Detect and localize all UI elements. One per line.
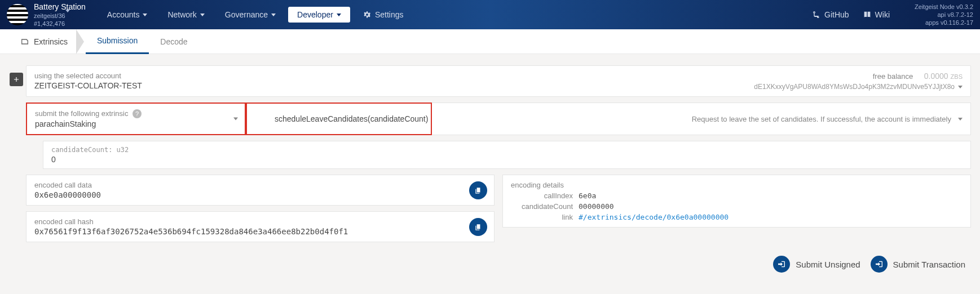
method-selector[interactable]: scheduleLeaveCandidates(candidateCount) … [246,103,971,135]
sign-in-icon [871,256,888,273]
plus-icon [12,75,20,83]
pallet-name: parachainStaking [35,119,237,128]
api-version: api v8.7.2-12 [915,11,973,19]
add-account-button[interactable] [10,73,23,86]
version-info: Zeitgeist Node v0.3.2 api v8.7.2-12 apps… [915,3,973,27]
account-label: using the selected account [34,72,142,80]
balance-amount: 0.0000 [924,72,948,81]
wiki-link[interactable]: Wiki [863,10,890,19]
extrinsic-selector-row: submit the following extrinsic ? paracha… [26,103,971,135]
chain-block-number: #1,432,476 [34,20,86,28]
param-candidate-count[interactable]: candidateCount: u32 0 [43,141,971,169]
detail-value: 00000000 [579,202,614,211]
balance-label: free balance [873,72,913,81]
extrinsics-icon [20,37,29,46]
detail-key: callIndex [511,191,573,200]
detail-row-candidatecount: candidateCount 00000000 [511,202,963,211]
account-info: using the selected account ZEITGEIST-COL… [34,72,142,90]
submit-unsigned-button[interactable]: Submit Unsigned [773,256,860,273]
menu-settings[interactable]: Settings [352,6,414,24]
top-right-links: GitHub Wiki Zeitgeist Node v0.3.2 api v8… [812,3,973,27]
content-area: using the selected account ZEITGEIST-COL… [0,54,980,284]
parameter-section: candidateCount: u32 0 [43,141,971,169]
encoded-call-data-value: 0x6e0a00000000 [34,190,486,199]
method-description: Request to leave the set of candidates. … [692,115,951,123]
sign-in-icon [773,256,790,273]
book-icon [863,10,872,19]
param-value: 0 [51,155,963,164]
menu-accounts[interactable]: Accounts [97,6,158,24]
account-name: ZEITGEIST-COLLATOR-TEST [34,81,142,90]
submit-transaction-button[interactable]: Submit Transaction [871,256,965,273]
encoding-section: encoded call data 0x6e0a00000000 encoded… [26,175,971,242]
chevron-down-icon [143,14,147,16]
copy-icon [474,186,482,194]
chain-selector[interactable]: Battery Station zeitgeist/36 #1,432,476 [34,2,86,28]
chevron-down-icon [271,14,276,16]
encoded-call-hash-value: 0x76561f9f13f6af3026752a4e536b694fc15932… [34,227,486,236]
encoding-details-card: encoding details callIndex 6e0a candidat… [502,175,971,228]
encoded-call-data-label: encoded call data [34,181,486,189]
encoded-call-hash-card: encoded call hash 0x76561f9f13f6af302675… [26,211,495,242]
balance-unit: ZBS [951,73,963,80]
node-version: Zeitgeist Node v0.3.2 [915,3,973,11]
chevron-down-icon [958,118,963,121]
tab-submission[interactable]: Submission [86,29,149,54]
chain-logo [7,4,28,25]
breadcrumb-separator [77,29,85,54]
account-selector-card[interactable]: using the selected account ZEITGEIST-COL… [26,65,971,97]
extrinsic-label: submit the following extrinsic ? [35,109,237,118]
chevron-down-icon [65,10,70,19]
main-menu: Accounts Network Governance Developer Se… [97,6,414,24]
detail-row-link: link #/extrinsics/decode/0x6e0a00000000 [511,213,963,221]
code-branch-icon [812,10,821,19]
menu-developer[interactable]: Developer [288,7,350,23]
detail-value: 6e0a [579,191,596,200]
copy-icon [474,223,482,231]
pallet-selector[interactable]: submit the following extrinsic ? paracha… [26,103,246,135]
balance-info: free balance 0.0000ZBS dE1XKxxyVgAPU8WAd… [754,72,963,91]
chevron-down-icon [958,86,963,88]
github-link[interactable]: GitHub [812,10,849,19]
tab-decode[interactable]: Decode [149,29,198,54]
action-buttons: Submit Unsigned Submit Transaction [9,256,971,273]
menu-network[interactable]: Network [157,6,214,24]
encoding-details-title: encoding details [511,181,963,189]
page-title: Extrinsics [0,37,77,46]
sub-navigation: Extrinsics Submission Decode [0,29,980,54]
detail-row-callindex: callIndex 6e0a [511,191,963,200]
method-name: scheduleLeaveCandidates(candidateCount) [275,114,428,123]
chevron-down-icon [233,118,238,121]
chain-name: Battery Station [34,2,86,12]
help-icon[interactable]: ? [133,109,142,118]
gear-icon [363,10,372,19]
copy-call-data-button[interactable] [469,181,487,199]
decode-link[interactable]: #/extrinsics/decode/0x6e0a00000000 [579,213,729,221]
menu-governance[interactable]: Governance [215,6,286,24]
param-label: candidateCount: u32 [51,146,963,154]
top-navigation-bar: Battery Station zeitgeist/36 #1,432,476 … [0,0,980,29]
chevron-down-icon [200,14,205,16]
encoded-call-hash-label: encoded call hash [34,217,486,226]
chevron-down-icon [337,14,341,16]
apps-version: apps v0.116.2-17 [915,19,973,26]
copy-call-hash-button[interactable] [469,218,487,236]
detail-key: link [511,213,573,221]
encoded-call-data-card: encoded call data 0x6e0a00000000 [26,175,495,206]
detail-key: candidateCount [511,202,573,211]
account-address: dE1XKxxyVgAPU8WAd8YMsWsDJo4pK3M2zvMDUNve… [754,83,955,91]
chain-sub: zeitgeist/36 [34,12,86,20]
